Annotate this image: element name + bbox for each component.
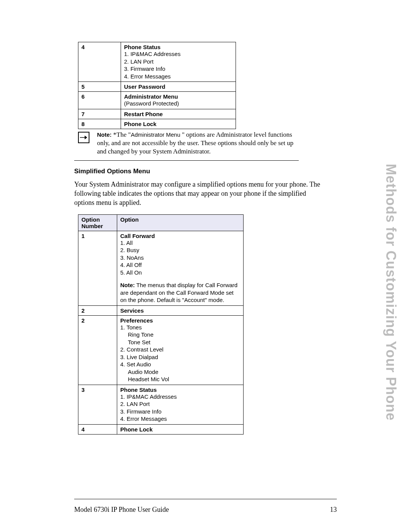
option-item: 2. Contrast Level <box>120 346 240 353</box>
option-item: 4. Error Messages <box>120 415 240 423</box>
option-item: 1. IP&MAC Addresses <box>120 393 240 401</box>
footer-divider <box>74 499 337 499</box>
option-subitem: Tone Set <box>120 339 240 346</box>
option-title: Phone Lock <box>124 121 156 127</box>
option-subitem: Headset Mic Vol <box>120 375 240 383</box>
option-title: Phone Lock <box>120 426 153 433</box>
inline-note: Note: The menus that display for Call Fo… <box>120 281 240 304</box>
note-block: Note: *The "Administrator Menu " options… <box>78 131 299 156</box>
option-item: 2. Busy <box>120 246 240 254</box>
inline-note-label: Note: <box>120 282 135 288</box>
note-label: Note: <box>97 131 112 138</box>
footer-left: Model 6730i IP Phone User Guide <box>74 506 169 514</box>
option-item: 4. Set Audio <box>120 361 240 368</box>
option-cell: Restart Phone <box>121 109 236 119</box>
option-cell: Preferences 1. Tones Ring Tone Tone Set … <box>117 315 244 385</box>
note-text: Note: *The "Administrator Menu " options… <box>97 131 299 156</box>
option-item: 3. Live Dialpad <box>120 353 240 361</box>
col-header-number: Option Number <box>78 214 117 231</box>
option-title: Preferences <box>120 317 153 324</box>
page: 4 Phone Status 1. IP&MAC Addresses 2. LA… <box>0 0 411 532</box>
option-subitem: Ring Tone <box>120 331 240 339</box>
table-row: 4 Phone Lock <box>78 424 244 434</box>
option-item: 5. All On <box>120 269 240 276</box>
table-row: 7 Restart Phone <box>78 109 236 119</box>
option-number: 4 <box>78 42 121 82</box>
table-row: 3 Phone Status 1. IP&MAC Addresses 2. LA… <box>78 385 244 424</box>
option-title: User Password <box>124 83 165 90</box>
option-number: 6 <box>78 92 121 109</box>
top-options-table: 4 Phone Status 1. IP&MAC Addresses 2. LA… <box>78 42 236 129</box>
option-number: 4 <box>78 424 117 434</box>
option-item: 1. Tones <box>120 324 240 331</box>
table-header-row: Option Number Option <box>78 214 244 231</box>
option-item: 3. Firmware Info <box>120 408 240 415</box>
inline-note-text: The menus that display for Call Forward … <box>120 282 237 303</box>
option-item: 3. Firmware Info <box>124 65 233 73</box>
option-item: (Password Protected) <box>124 100 233 107</box>
option-number: 5 <box>78 82 121 92</box>
page-footer: Model 6730i IP Phone User Guide 13 <box>74 506 337 514</box>
footer-page-number: 13 <box>330 506 337 514</box>
option-title: Call Forward <box>120 233 155 239</box>
option-item: 1. All <box>120 239 240 247</box>
option-title: Administrator Menu <box>124 93 178 100</box>
table-row: 4 Phone Status 1. IP&MAC Addresses 2. LA… <box>78 42 236 82</box>
table-row: 2 Services <box>78 305 244 315</box>
option-number: 3 <box>78 385 117 424</box>
option-item: 2. LAN Port <box>124 58 233 66</box>
option-item: 1. IP&MAC Addresses <box>124 50 233 58</box>
col-header-option: Option <box>117 214 244 231</box>
table-row: 5 User Password <box>78 82 236 92</box>
option-number: 1 <box>78 231 117 305</box>
option-cell: Phone Status 1. IP&MAC Addresses 2. LAN … <box>117 385 244 424</box>
table-row: 6 Administrator Menu (Password Protected… <box>78 92 236 109</box>
option-number: 2 <box>78 315 117 385</box>
side-tab-title: Methods for Customizing Your Phone <box>383 164 399 421</box>
option-title: Services <box>120 307 144 314</box>
option-item: 2. LAN Port <box>120 400 240 408</box>
option-title: Restart Phone <box>124 111 163 117</box>
option-title: Phone Status <box>124 44 161 50</box>
section-heading: Simplified Options Menu <box>74 168 337 175</box>
table-row: 1 Call Forward 1. All 2. Busy 3. NoAns 4… <box>78 231 244 305</box>
body-paragraph: Your System Administrator may configure … <box>74 180 325 208</box>
option-item: 4. All Off <box>120 261 240 269</box>
option-cell: Services <box>117 305 244 315</box>
content-area: 4 Phone Status 1. IP&MAC Addresses 2. LA… <box>74 42 337 435</box>
table-row: 2 Preferences 1. Tones Ring Tone Tone Se… <box>78 315 244 385</box>
option-number: 7 <box>78 109 121 119</box>
option-item: 4. Error Messages <box>124 73 233 80</box>
option-number: 8 <box>78 119 121 129</box>
option-cell: Phone Lock <box>117 424 244 434</box>
option-cell: Administrator Menu (Password Protected) <box>121 92 236 109</box>
divider <box>74 160 299 161</box>
option-cell: Phone Lock <box>121 119 236 129</box>
option-item: 3. NoAns <box>120 254 240 262</box>
option-cell: Call Forward 1. All 2. Busy 3. NoAns 4. … <box>117 231 244 305</box>
note-pre: *The " <box>112 131 131 138</box>
note-admin-menu: Administrator Menu <box>131 131 182 138</box>
option-cell: Phone Status 1. IP&MAC Addresses 2. LAN … <box>121 42 236 82</box>
arrow-right-icon <box>78 132 89 143</box>
table-row: 8 Phone Lock <box>78 119 236 129</box>
simplified-options-table: Option Number Option 1 Call Forward 1. A… <box>78 214 244 435</box>
option-number: 2 <box>78 305 117 315</box>
option-subitem: Audio Mode <box>120 368 240 376</box>
option-cell: User Password <box>121 82 236 92</box>
option-title: Phone Status <box>120 387 157 393</box>
